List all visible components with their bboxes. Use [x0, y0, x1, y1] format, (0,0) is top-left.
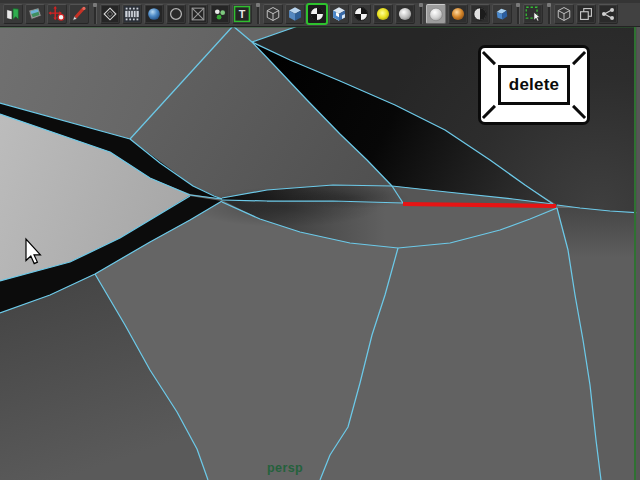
image-plane-button[interactable] — [25, 4, 45, 24]
wireframe-mode-button[interactable] — [263, 4, 283, 24]
ball-orange-icon — [449, 5, 467, 23]
share-icon — [599, 5, 617, 23]
cube-blue-icon — [286, 5, 304, 23]
share-button[interactable] — [598, 4, 618, 24]
select-cursor-icon — [524, 5, 542, 23]
layers-button[interactable] — [100, 4, 120, 24]
toolbar-separator — [515, 3, 520, 24]
open-scene-button[interactable] — [3, 4, 23, 24]
toolbar-separator — [255, 3, 260, 24]
cube-wire-icon — [555, 5, 573, 23]
default-light-button[interactable] — [395, 4, 415, 24]
particles-button[interactable] — [210, 4, 230, 24]
selected-edge[interactable] — [403, 204, 556, 206]
toolbar-separator — [546, 3, 551, 24]
image-icon — [26, 5, 44, 23]
dots-icon — [211, 5, 229, 23]
sphere-yellow-icon — [374, 5, 392, 23]
panel-edge-strip — [636, 27, 640, 480]
flat-shade-button[interactable] — [470, 4, 490, 24]
text-tool-button[interactable]: T — [232, 4, 252, 24]
ball-checker-icon — [352, 5, 370, 23]
duplicate-icon — [577, 5, 595, 23]
marquee-select-button[interactable] — [523, 4, 543, 24]
textured-cube-button[interactable] — [329, 4, 349, 24]
maya-window: T delete persp — [0, 0, 640, 480]
delete-key-hint: delete — [478, 45, 590, 125]
pencil-tool-button[interactable] — [69, 4, 89, 24]
sphere-half-icon — [471, 5, 489, 23]
ball-checker-icon — [308, 5, 326, 23]
keycap-bevel-line — [572, 105, 586, 119]
toolbar-separator — [418, 3, 423, 24]
viewport-border-right — [634, 27, 636, 480]
cube-blue-small-icon — [493, 5, 511, 23]
sphere-blue-icon — [145, 5, 163, 23]
smooth-shade-button[interactable] — [426, 4, 446, 24]
snap-target-button[interactable] — [47, 4, 67, 24]
sphere-gray-icon — [396, 5, 414, 23]
keycap-bevel-line — [572, 51, 586, 65]
textured-sphere-button[interactable] — [307, 4, 327, 24]
delete-key-label: delete — [498, 65, 570, 105]
shaded-mode-button[interactable] — [285, 4, 305, 24]
no-image-button[interactable] — [188, 4, 208, 24]
cube-wire-icon — [264, 5, 282, 23]
svg-text:T: T — [239, 8, 246, 20]
wireframe-sphere-button[interactable] — [166, 4, 186, 24]
cube-checker-icon — [330, 5, 348, 23]
shaded-sphere-button[interactable] — [144, 4, 164, 24]
keycap-bevel-line — [482, 51, 496, 65]
soft-shadow — [290, 187, 410, 209]
xgrid-icon — [189, 5, 207, 23]
pen-icon — [70, 5, 88, 23]
film-gate-button[interactable] — [122, 4, 142, 24]
toolbar-separator — [92, 3, 97, 24]
book-icon — [4, 5, 22, 23]
orange-material-button[interactable] — [448, 4, 468, 24]
blue-cube-button[interactable] — [492, 4, 512, 24]
duplicate-button[interactable] — [576, 4, 596, 24]
text-t-icon: T — [233, 5, 251, 23]
use-lights-button[interactable] — [373, 4, 393, 24]
target-icon — [48, 5, 66, 23]
sphere-shaded-icon — [427, 5, 445, 23]
isolate-object-button[interactable] — [554, 4, 574, 24]
status-line-toolbar: T — [0, 0, 640, 27]
film-icon — [123, 5, 141, 23]
camera-label: persp — [267, 461, 303, 475]
keycap-bevel-line — [482, 105, 496, 119]
layers-icon — [101, 5, 119, 23]
circle-icon — [167, 5, 185, 23]
checker-sphere-button[interactable] — [351, 4, 371, 24]
